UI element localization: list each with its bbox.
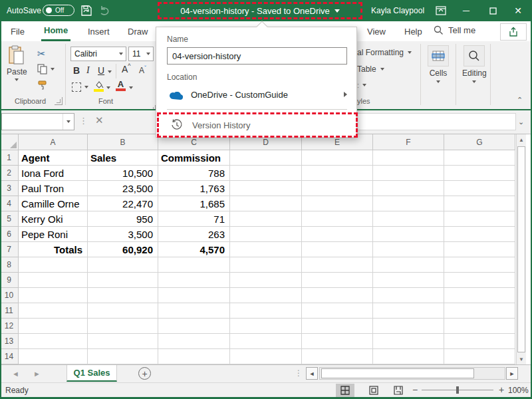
cell-B7[interactable]: 60,920 [88, 242, 158, 257]
hscroll-left-icon[interactable]: ◄ [306, 367, 318, 380]
cell-A7[interactable]: Totals [19, 242, 88, 257]
version-history-item[interactable]: Version History [162, 116, 352, 134]
cell-D5[interactable] [230, 211, 302, 227]
fill-color-dropdown-icon[interactable] [106, 86, 110, 89]
cell-G3[interactable] [444, 181, 515, 196]
row-header-13[interactable]: 13 [0, 334, 19, 349]
cell-E14[interactable] [302, 349, 373, 364]
page-layout-view-button[interactable] [364, 384, 383, 397]
underline-dropdown-icon[interactable] [108, 70, 112, 73]
normal-view-button[interactable] [336, 384, 354, 397]
vertical-scroll-thumb[interactable] [517, 146, 525, 352]
save-icon[interactable] [80, 4, 93, 17]
fill-color-button[interactable] [94, 81, 104, 92]
cell-E10[interactable] [302, 288, 373, 303]
zoom-slider-thumb[interactable] [456, 386, 459, 394]
italic-button[interactable]: I [86, 65, 90, 76]
cell-F12[interactable] [373, 319, 444, 334]
cell-A6[interactable]: Pepe Roni [19, 227, 88, 242]
cell-B13[interactable] [88, 334, 158, 349]
tab-file[interactable]: File [8, 21, 27, 41]
cell-D6[interactable] [230, 227, 302, 242]
sheet-nav-right-icon[interactable]: ► [33, 370, 41, 378]
maximize-button[interactable] [483, 3, 503, 19]
file-name-input[interactable]: 04-version-history [167, 47, 347, 65]
row-header-6[interactable]: 6 [0, 227, 19, 242]
cell-D8[interactable] [230, 257, 302, 273]
horizontal-scroll-thumb[interactable] [321, 368, 474, 378]
font-size-select[interactable]: 11 [128, 47, 154, 61]
tab-home[interactable]: Home [41, 21, 70, 41]
cells-button[interactable]: Cells [428, 45, 449, 83]
collapse-ribbon-icon[interactable]: ⌃ [517, 96, 523, 104]
cell-G9[interactable] [444, 273, 515, 288]
cell-G5[interactable] [444, 211, 515, 227]
cell-C10[interactable] [158, 288, 230, 303]
cell-F10[interactable] [373, 288, 444, 303]
cell-C4[interactable]: 1,685 [158, 196, 230, 211]
paste-button[interactable]: Paste [7, 45, 27, 81]
cell-E8[interactable] [302, 257, 373, 273]
cell-B5[interactable]: 950 [88, 211, 158, 227]
cell-B4[interactable]: 22,470 [88, 196, 158, 211]
row-header-9[interactable]: 9 [0, 273, 19, 288]
ribbon-display-options-button[interactable] [431, 3, 451, 19]
cell-E11[interactable] [302, 303, 373, 319]
cell-C6[interactable]: 263 [158, 227, 230, 242]
cell-D2[interactable] [230, 166, 302, 181]
vertical-scrollbar[interactable]: ▲ ▼ [516, 134, 526, 364]
cell-D4[interactable] [230, 196, 302, 211]
format-as-table-button[interactable]: Table [357, 65, 384, 74]
row-header-1[interactable]: 1 [0, 150, 19, 166]
cell-B9[interactable] [88, 273, 158, 288]
cell-D7[interactable] [230, 242, 302, 257]
row-header-7[interactable]: 7 [0, 242, 19, 257]
sheet-nav-left-icon[interactable]: ◄ [12, 370, 19, 378]
editing-button[interactable]: Editing [462, 45, 487, 83]
cell-C3[interactable]: 1,763 [158, 181, 230, 196]
copy-button[interactable] [37, 64, 55, 74]
cell-D10[interactable] [230, 288, 302, 303]
cell-G1[interactable] [444, 150, 515, 166]
cell-C13[interactable] [158, 334, 230, 349]
cell-D13[interactable] [230, 334, 302, 349]
cell-A5[interactable]: Kerry Oki [19, 211, 88, 227]
font-color-button[interactable]: A [116, 80, 126, 91]
location-row[interactable]: OneDrive - CustomGuide [167, 86, 347, 103]
decrease-font-button[interactable]: A ˇ [139, 66, 146, 75]
autosave-toggle[interactable]: Off [43, 5, 74, 16]
cell-B2[interactable]: 10,500 [88, 166, 158, 181]
cell-B11[interactable] [88, 303, 158, 319]
cell-C11[interactable] [158, 303, 230, 319]
cell-A12[interactable] [19, 319, 88, 334]
cell-G6[interactable] [444, 227, 515, 242]
cell-C8[interactable] [158, 257, 230, 273]
cell-C1[interactable]: Commission [158, 150, 230, 166]
cell-G11[interactable] [444, 303, 515, 319]
tab-help[interactable]: Help [402, 21, 425, 41]
cell-A2[interactable]: Iona Ford [19, 166, 88, 181]
row-header-11[interactable]: 11 [0, 303, 19, 319]
cell-D3[interactable] [230, 181, 302, 196]
cell-D1[interactable] [230, 150, 302, 166]
cell-C14[interactable] [158, 349, 230, 364]
cell-C12[interactable] [158, 319, 230, 334]
cell-A11[interactable] [19, 303, 88, 319]
row-header-4[interactable]: 4 [0, 196, 19, 211]
cell-E4[interactable] [302, 196, 373, 211]
row-header-10[interactable]: 10 [0, 288, 19, 303]
cell-E2[interactable] [302, 166, 373, 181]
cell-C9[interactable] [158, 273, 230, 288]
clipboard-dialog-launcher[interactable] [55, 97, 63, 105]
borders-button[interactable] [72, 82, 88, 92]
zoom-out-button[interactable]: − [412, 384, 418, 395]
cell-F1[interactable] [373, 150, 444, 166]
cell-F3[interactable] [373, 181, 444, 196]
tab-view[interactable]: View [364, 21, 388, 41]
cell-styles-button[interactable]: : [357, 81, 366, 89]
column-header-G[interactable]: G [444, 134, 515, 150]
cell-D9[interactable] [230, 273, 302, 288]
cell-E7[interactable] [302, 242, 373, 257]
cell-F14[interactable] [373, 349, 444, 364]
cell-E5[interactable] [302, 211, 373, 227]
